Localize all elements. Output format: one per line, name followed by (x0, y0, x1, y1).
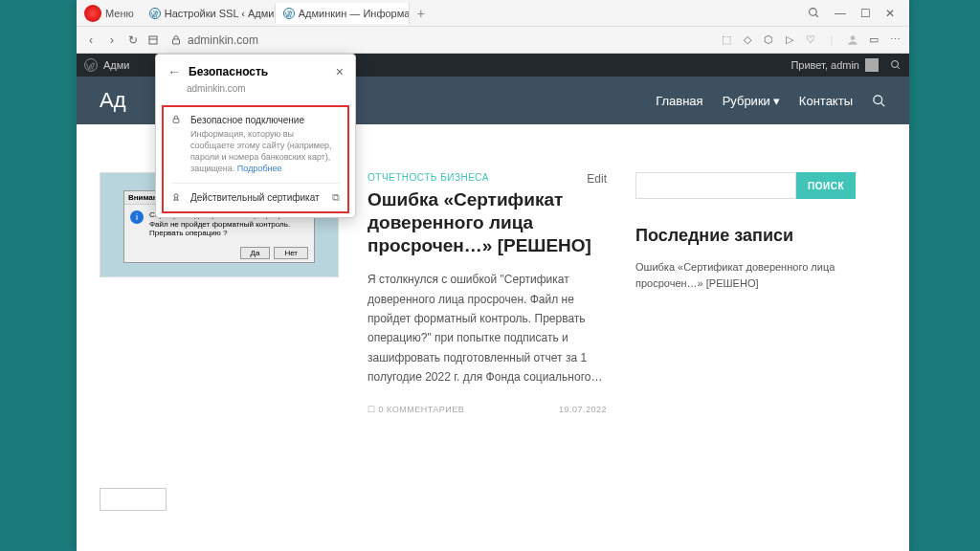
home-icon[interactable] (147, 34, 161, 46)
post-meta: ☐ 0 КОММЕНТАРИЕВ 19.07.2022 (368, 405, 607, 414)
placeholder-box (100, 488, 167, 511)
avatar[interactable] (865, 58, 879, 72)
shield-icon[interactable]: ◇ (741, 33, 754, 47)
window-controls: — ☐ ✕ (808, 7, 905, 20)
post-title[interactable]: Ошибка «Сертификат доверенного лица прос… (368, 188, 607, 256)
tab-bar: Меню Настройки SSL ‹ Админки Админкин — … (77, 0, 909, 27)
tab-label: Админкин — Информаци (299, 8, 410, 19)
ext2-icon[interactable]: ⬡ (762, 33, 775, 47)
wp-site-label[interactable]: Адми (103, 59, 129, 71)
secure-text: Информация, которую вы сообщаете этому с… (190, 128, 340, 175)
nav-contacts[interactable]: Контакты (799, 94, 853, 108)
certificate-row[interactable]: Действительный сертификат ⧉ (171, 183, 340, 204)
edit-link[interactable]: Edit (587, 172, 607, 186)
wp-greeting[interactable]: Привет, admin (791, 59, 859, 71)
tab-label: Настройки SSL ‹ Админки (165, 8, 276, 19)
wordpress-icon (283, 8, 295, 19)
info-icon: i (130, 210, 144, 224)
maximize-icon[interactable]: ☐ (858, 7, 873, 20)
profile-icon[interactable] (846, 33, 859, 47)
recent-posts-title: Последние записи (635, 226, 856, 246)
minimize-icon[interactable]: — (833, 7, 848, 20)
back-icon[interactable]: ← (167, 64, 181, 79)
nav-rubrics[interactable]: Рубрики ▾ (723, 94, 780, 108)
svg-line-12 (880, 102, 884, 106)
menu-icon[interactable]: ⋯ (888, 33, 902, 47)
divider: | (825, 33, 838, 47)
popup-header: ← Безопасность × (156, 55, 355, 83)
open-icon[interactable]: ⧉ (332, 191, 340, 204)
nav-menu: Главная Рубрики ▾ Контакты (656, 94, 886, 108)
post-excerpt: Я столкнулся с ошибкой "Сертификат довер… (368, 270, 607, 386)
svg-rect-6 (173, 39, 180, 44)
post-date: 19.07.2022 (559, 405, 607, 414)
recent-post-link[interactable]: Ошибка «Сертификат доверенного лица прос… (635, 259, 856, 291)
svg-point-14 (174, 194, 178, 198)
site-settings-icon[interactable] (170, 34, 182, 46)
popup-title: Безопасность (189, 65, 268, 78)
heart-icon[interactable]: ♡ (804, 33, 817, 47)
thumb-no-button: Нет (274, 247, 308, 259)
forward-icon[interactable]: › (105, 33, 119, 47)
svg-point-2 (810, 9, 817, 16)
popup-domain: adminkin.com (156, 83, 355, 101)
lock-icon (171, 115, 183, 124)
address-bar: ‹ › ↻ adminkin.com ⬚ ◇ ⬡ ▷ ♡ | ▭ ⋯ (77, 27, 909, 54)
tab-adminkin[interactable]: Админкин — Информаци × (276, 3, 410, 24)
close-window-icon[interactable]: ✕ (882, 7, 898, 20)
url-field[interactable]: adminkin.com (170, 33, 710, 47)
secure-title: Безопасное подключение (190, 115, 340, 125)
search-widget: ПОИСК (635, 172, 856, 199)
svg-rect-13 (173, 119, 179, 122)
battery-icon[interactable]: ▭ (867, 33, 880, 47)
svg-point-9 (892, 61, 899, 68)
popup-highlight-box: Безопасное подключение Информация, котор… (162, 105, 349, 213)
certificate-label: Действительный сертификат (190, 192, 324, 203)
nav-home[interactable]: Главная (656, 94, 702, 108)
thumb-yes-button: Да (240, 247, 271, 259)
certificate-icon (171, 192, 183, 202)
site-logo[interactable]: Ад (100, 88, 126, 113)
new-tab-button[interactable]: + (410, 2, 433, 25)
security-popup: ← Безопасность × adminkin.com Безопасное… (155, 54, 356, 218)
category-label[interactable]: ОТЧЕТНОСТЬ БИЗНЕСА (368, 172, 607, 183)
address-extras: ⬚ ◇ ⬡ ▷ ♡ | ▭ ⋯ (720, 33, 902, 47)
play-icon[interactable]: ▷ (783, 33, 796, 47)
wp-logo-icon[interactable] (84, 58, 98, 72)
learn-more-link[interactable]: Подробнее (237, 164, 282, 173)
reload-icon[interactable]: ↻ (126, 33, 140, 47)
menu-label[interactable]: Меню (105, 8, 134, 19)
chevron-down-icon: ▾ (773, 94, 780, 108)
svg-point-11 (874, 95, 882, 103)
nav-controls: ‹ › ↻ (84, 33, 161, 47)
left-column: Внимание i Сертификат доверенного лица п… (100, 172, 339, 532)
back-icon[interactable]: ‹ (84, 33, 98, 47)
wp-search-icon[interactable] (890, 59, 902, 71)
svg-rect-4 (149, 36, 157, 44)
close-icon[interactable]: × (336, 64, 344, 79)
tab-ssl-settings[interactable]: Настройки SSL ‹ Админки (142, 4, 276, 23)
svg-line-10 (898, 67, 901, 70)
svg-line-3 (815, 14, 818, 17)
search-button[interactable]: ПОИСК (796, 172, 856, 199)
url-text: adminkin.com (188, 33, 258, 47)
search-input[interactable] (635, 172, 796, 199)
comments-count[interactable]: ☐ 0 КОММЕНТАРИЕВ (368, 405, 464, 414)
search-icon[interactable] (808, 7, 823, 19)
opera-menu-icon[interactable] (84, 5, 101, 22)
sidebar-column: ПОИСК Последние записи Ошибка «Сертифика… (635, 172, 856, 532)
svg-point-7 (851, 35, 856, 40)
nav-search-icon[interactable] (872, 94, 886, 108)
wordpress-icon (149, 8, 161, 19)
ext-icon[interactable]: ⬚ (720, 33, 733, 47)
svg-point-8 (85, 59, 98, 72)
secure-connection-row: Безопасное подключение Информация, котор… (171, 115, 340, 175)
main-column: Edit ОТЧЕТНОСТЬ БИЗНЕСА Ошибка «Сертифик… (368, 172, 607, 532)
